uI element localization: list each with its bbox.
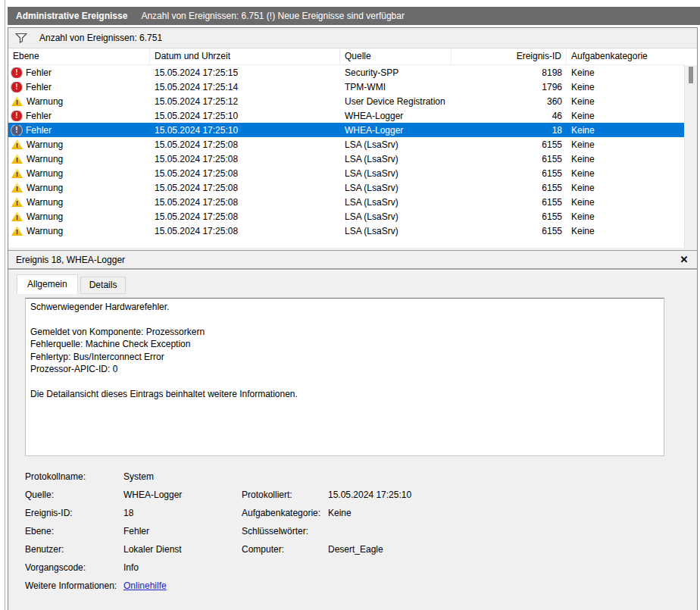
source-cell: LSA (LsaSrv) [340,139,452,150]
source-cell: WHEA-Logger [340,125,452,136]
detail-field-row: Weitere Informationen: Onlinehilfe [25,577,689,595]
category-cell: Keine [567,111,684,121]
column-header-ereignis-id[interactable]: Ereignis-ID [452,48,567,64]
level-cell: Fehler [26,67,52,78]
source-cell: TPM-WMI [340,82,452,92]
table-row[interactable]: ! Warnung 15.05.2024 17:25:12 User Devic… [8,94,684,108]
source-cell: LSA (LsaSrv) [340,154,452,164]
category-cell: Keine [567,139,684,150]
event-id-cell: 6155 [452,154,567,164]
table-row[interactable]: ! Fehler 15.05.2024 17:25:15 Security-SP… [8,65,684,80]
event-viewer-panel: Anzahl von Ereignissen: 6.751 Ebene Datu… [8,27,698,610]
field-label-2: Protokolliert: [242,490,328,500]
table-row[interactable]: ! Warnung 15.05.2024 17:25:08 LSA (LsaSr… [8,195,684,209]
event-id-cell: 360 [452,96,567,107]
detail-field-row: Ereignis-ID: 18 Aufgabenkategorie: Keine [25,504,689,522]
datetime-cell: 15.05.2024 17:25:08 [150,139,340,150]
datetime-cell: 15.05.2024 17:25:10 [150,111,340,121]
field-label-2: Computer: [242,544,328,555]
level-cell: Warnung [27,226,63,236]
table-row[interactable]: ! Warnung 15.05.2024 17:25:08 LSA (LsaSr… [8,152,684,166]
table-row[interactable]: ! Warnung 15.05.2024 17:25:08 LSA (LsaSr… [8,180,684,195]
field-value: System [123,471,242,482]
error-icon: ! [11,111,22,121]
field-label: Vorgangscode: [25,562,123,573]
category-cell: Keine [567,82,684,92]
table-row[interactable]: ! Fehler 15.05.2024 17:25:10 WHEA-Logger… [8,108,684,123]
warning-icon: ! [11,168,23,178]
pane-splitter[interactable] [5,0,5,610]
warning-icon: ! [11,139,23,149]
category-cell: Keine [567,197,684,208]
event-count-label: Anzahl von Ereignissen: 6.751 [39,33,162,43]
source-cell: LSA (LsaSrv) [340,211,452,222]
event-table-header: Ebene Datum und Uhrzeit Quelle Ereignis-… [8,48,684,65]
column-header-ebene[interactable]: Ebene [8,48,150,64]
event-id-cell: 6155 [452,226,567,236]
datetime-cell: 15.05.2024 17:25:08 [150,183,340,193]
view-title-bar: Administrative Ereignisse Anzahl von Ere… [8,7,700,25]
category-cell: Keine [567,168,684,179]
table-row[interactable]: ! Warnung 15.05.2024 17:25:08 LSA (LsaSr… [8,224,684,238]
preview-tabs: Allgemein Details [17,274,126,294]
column-header-aufgabenkategorie[interactable]: Aufgabenkategorie [567,48,684,64]
field-label: Ebene: [25,526,123,536]
level-cell: Fehler [26,82,52,92]
field-value: Lokaler Dienst [123,544,242,555]
field-label: Quelle: [25,490,123,500]
warning-icon: ! [11,197,23,207]
event-table: Ebene Datum und Uhrzeit Quelle Ereignis-… [8,48,697,248]
error-icon: ! [11,67,22,78]
category-cell: Keine [567,183,684,193]
table-row[interactable]: ! Warnung 15.05.2024 17:25:08 LSA (LsaSr… [8,137,684,152]
scrollbar-thumb[interactable] [689,67,693,83]
category-cell: Keine [567,211,684,222]
table-row[interactable]: ! Fehler 15.05.2024 17:25:14 TPM-WMI 179… [8,80,684,94]
event-id-cell: 6155 [452,139,567,150]
view-subtitle: Anzahl von Ereignissen: 6.751 (!) Neue E… [141,11,405,21]
event-id-cell: 6155 [452,183,567,193]
source-cell: LSA (LsaSrv) [340,226,452,236]
event-id-cell: 1796 [452,82,567,92]
event-id-cell: 46 [452,111,567,121]
column-header-quelle[interactable]: Quelle [340,48,452,64]
close-icon[interactable]: ✕ [678,254,690,266]
event-table-body: ! Fehler 15.05.2024 17:25:15 Security-SP… [8,65,697,248]
table-row[interactable]: ! Fehler 15.05.2024 17:25:10 WHEA-Logger… [8,123,684,137]
detail-field-row: Benutzer: Lokaler Dienst Computer: Deser… [25,540,689,558]
detail-field-row: Ebene: Fehler Schlüsselwörter: [25,522,689,540]
datetime-cell: 15.05.2024 17:25:14 [150,82,340,92]
category-cell: Keine [567,154,684,164]
level-cell: Warnung [27,96,63,107]
level-cell: Fehler [26,111,52,121]
level-cell: Warnung [27,211,63,222]
event-id-cell: 18 [452,125,567,136]
table-row[interactable]: ! Warnung 15.05.2024 17:25:08 LSA (LsaSr… [8,166,684,180]
warning-icon: ! [11,96,23,106]
datetime-cell: 15.05.2024 17:25:12 [150,96,340,107]
event-id-cell: 6155 [452,197,567,208]
tab-allgemein[interactable]: Allgemein [17,274,78,294]
level-cell: Warnung [27,154,63,164]
category-cell: Keine [567,125,684,136]
source-cell: LSA (LsaSrv) [340,183,452,193]
datetime-cell: 15.05.2024 17:25:08 [150,226,340,236]
table-row[interactable]: ! Warnung 15.05.2024 17:25:08 LSA (LsaSr… [8,209,684,224]
level-cell: Fehler [26,125,52,136]
filter-bar: Anzahl von Ereignissen: 6.751 [8,28,697,48]
filter-funnel-icon [15,33,27,43]
event-description-text[interactable]: Schwerwiegender Hardwarefehler. Gemeldet… [25,298,664,456]
field-value: WHEA-Logger [123,490,242,500]
field-label: Ereignis-ID: [25,508,123,518]
level-cell: Warnung [27,197,63,208]
datetime-cell: 15.05.2024 17:25:08 [150,154,340,164]
column-header-datum[interactable]: Datum und Uhrzeit [150,48,340,64]
field-value-2: 15.05.2024 17:25:10 [328,490,689,500]
level-cell: Warnung [27,139,63,150]
warning-icon: ! [11,183,23,192]
tab-details[interactable]: Details [80,277,127,294]
event-table-scrollbar[interactable] [684,65,697,248]
onlinehilfe-link[interactable]: Onlinehilfe [123,580,242,591]
source-cell: LSA (LsaSrv) [340,168,452,179]
error-icon: ! [11,82,22,92]
